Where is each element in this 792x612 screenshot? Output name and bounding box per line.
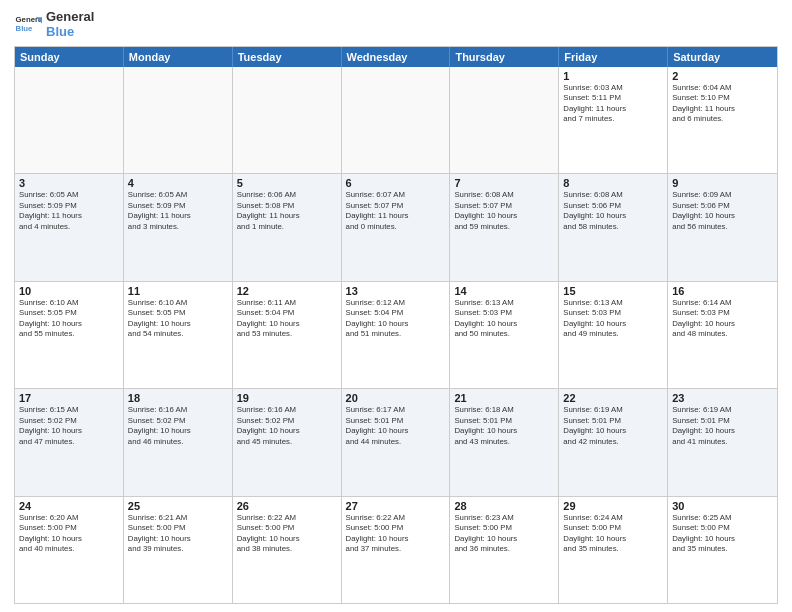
day-number: 30 (672, 500, 773, 512)
day-number: 20 (346, 392, 446, 404)
cal-cell-day-22: 22Sunrise: 6:19 AM Sunset: 5:01 PM Dayli… (559, 389, 668, 495)
day-number: 15 (563, 285, 663, 297)
cal-header-tuesday: Tuesday (233, 47, 342, 67)
cell-info: Sunrise: 6:06 AM Sunset: 5:08 PM Dayligh… (237, 190, 337, 232)
cal-cell-empty (342, 67, 451, 173)
cal-cell-day-11: 11Sunrise: 6:10 AM Sunset: 5:05 PM Dayli… (124, 282, 233, 388)
cell-info: Sunrise: 6:25 AM Sunset: 5:00 PM Dayligh… (672, 513, 773, 555)
cal-cell-day-7: 7Sunrise: 6:08 AM Sunset: 5:07 PM Daylig… (450, 174, 559, 280)
logo-icon: General Blue (14, 11, 42, 39)
cal-cell-day-21: 21Sunrise: 6:18 AM Sunset: 5:01 PM Dayli… (450, 389, 559, 495)
day-number: 27 (346, 500, 446, 512)
cal-header-thursday: Thursday (450, 47, 559, 67)
calendar-header: SundayMondayTuesdayWednesdayThursdayFrid… (15, 47, 777, 67)
svg-text:Blue: Blue (16, 24, 34, 33)
cell-info: Sunrise: 6:13 AM Sunset: 5:03 PM Dayligh… (454, 298, 554, 340)
page: General Blue General Blue SundayMondayTu… (0, 0, 792, 612)
cell-info: Sunrise: 6:23 AM Sunset: 5:00 PM Dayligh… (454, 513, 554, 555)
cal-week-4: 17Sunrise: 6:15 AM Sunset: 5:02 PM Dayli… (15, 388, 777, 495)
cell-info: Sunrise: 6:16 AM Sunset: 5:02 PM Dayligh… (128, 405, 228, 447)
day-number: 10 (19, 285, 119, 297)
cell-info: Sunrise: 6:05 AM Sunset: 5:09 PM Dayligh… (128, 190, 228, 232)
cell-info: Sunrise: 6:24 AM Sunset: 5:00 PM Dayligh… (563, 513, 663, 555)
cal-cell-empty (450, 67, 559, 173)
cal-cell-day-6: 6Sunrise: 6:07 AM Sunset: 5:07 PM Daylig… (342, 174, 451, 280)
logo-blue: Blue (46, 25, 94, 40)
day-number: 7 (454, 177, 554, 189)
cell-info: Sunrise: 6:04 AM Sunset: 5:10 PM Dayligh… (672, 83, 773, 125)
cell-info: Sunrise: 6:08 AM Sunset: 5:07 PM Dayligh… (454, 190, 554, 232)
cal-cell-empty (233, 67, 342, 173)
day-number: 28 (454, 500, 554, 512)
day-number: 3 (19, 177, 119, 189)
day-number: 13 (346, 285, 446, 297)
cal-cell-day-5: 5Sunrise: 6:06 AM Sunset: 5:08 PM Daylig… (233, 174, 342, 280)
cell-info: Sunrise: 6:19 AM Sunset: 5:01 PM Dayligh… (672, 405, 773, 447)
cal-cell-day-1: 1Sunrise: 6:03 AM Sunset: 5:11 PM Daylig… (559, 67, 668, 173)
day-number: 12 (237, 285, 337, 297)
cal-cell-day-28: 28Sunrise: 6:23 AM Sunset: 5:00 PM Dayli… (450, 497, 559, 603)
cal-week-3: 10Sunrise: 6:10 AM Sunset: 5:05 PM Dayli… (15, 281, 777, 388)
cell-info: Sunrise: 6:21 AM Sunset: 5:00 PM Dayligh… (128, 513, 228, 555)
cell-info: Sunrise: 6:09 AM Sunset: 5:06 PM Dayligh… (672, 190, 773, 232)
logo-general: General (46, 10, 94, 25)
cal-cell-day-30: 30Sunrise: 6:25 AM Sunset: 5:00 PM Dayli… (668, 497, 777, 603)
cal-cell-day-20: 20Sunrise: 6:17 AM Sunset: 5:01 PM Dayli… (342, 389, 451, 495)
day-number: 14 (454, 285, 554, 297)
cal-week-1: 1Sunrise: 6:03 AM Sunset: 5:11 PM Daylig… (15, 67, 777, 173)
logo: General Blue General Blue (14, 10, 94, 40)
cal-cell-day-19: 19Sunrise: 6:16 AM Sunset: 5:02 PM Dayli… (233, 389, 342, 495)
day-number: 4 (128, 177, 228, 189)
cal-cell-day-15: 15Sunrise: 6:13 AM Sunset: 5:03 PM Dayli… (559, 282, 668, 388)
cal-week-5: 24Sunrise: 6:20 AM Sunset: 5:00 PM Dayli… (15, 496, 777, 603)
cell-info: Sunrise: 6:22 AM Sunset: 5:00 PM Dayligh… (346, 513, 446, 555)
day-number: 17 (19, 392, 119, 404)
day-number: 25 (128, 500, 228, 512)
day-number: 24 (19, 500, 119, 512)
cal-cell-day-10: 10Sunrise: 6:10 AM Sunset: 5:05 PM Dayli… (15, 282, 124, 388)
header: General Blue General Blue (14, 10, 778, 40)
cell-info: Sunrise: 6:13 AM Sunset: 5:03 PM Dayligh… (563, 298, 663, 340)
day-number: 5 (237, 177, 337, 189)
cal-cell-day-17: 17Sunrise: 6:15 AM Sunset: 5:02 PM Dayli… (15, 389, 124, 495)
day-number: 9 (672, 177, 773, 189)
day-number: 11 (128, 285, 228, 297)
cal-cell-day-3: 3Sunrise: 6:05 AM Sunset: 5:09 PM Daylig… (15, 174, 124, 280)
cal-cell-empty (15, 67, 124, 173)
cal-cell-day-29: 29Sunrise: 6:24 AM Sunset: 5:00 PM Dayli… (559, 497, 668, 603)
day-number: 16 (672, 285, 773, 297)
cal-cell-day-4: 4Sunrise: 6:05 AM Sunset: 5:09 PM Daylig… (124, 174, 233, 280)
day-number: 8 (563, 177, 663, 189)
cal-cell-day-12: 12Sunrise: 6:11 AM Sunset: 5:04 PM Dayli… (233, 282, 342, 388)
cal-header-monday: Monday (124, 47, 233, 67)
cal-cell-empty (124, 67, 233, 173)
cal-cell-day-18: 18Sunrise: 6:16 AM Sunset: 5:02 PM Dayli… (124, 389, 233, 495)
cal-cell-day-16: 16Sunrise: 6:14 AM Sunset: 5:03 PM Dayli… (668, 282, 777, 388)
cell-info: Sunrise: 6:15 AM Sunset: 5:02 PM Dayligh… (19, 405, 119, 447)
cell-info: Sunrise: 6:16 AM Sunset: 5:02 PM Dayligh… (237, 405, 337, 447)
calendar: SundayMondayTuesdayWednesdayThursdayFrid… (14, 46, 778, 604)
cell-info: Sunrise: 6:18 AM Sunset: 5:01 PM Dayligh… (454, 405, 554, 447)
day-number: 1 (563, 70, 663, 82)
cal-cell-day-25: 25Sunrise: 6:21 AM Sunset: 5:00 PM Dayli… (124, 497, 233, 603)
cell-info: Sunrise: 6:20 AM Sunset: 5:00 PM Dayligh… (19, 513, 119, 555)
day-number: 6 (346, 177, 446, 189)
cal-header-sunday: Sunday (15, 47, 124, 67)
cal-cell-day-26: 26Sunrise: 6:22 AM Sunset: 5:00 PM Dayli… (233, 497, 342, 603)
cal-cell-day-23: 23Sunrise: 6:19 AM Sunset: 5:01 PM Dayli… (668, 389, 777, 495)
cal-week-2: 3Sunrise: 6:05 AM Sunset: 5:09 PM Daylig… (15, 173, 777, 280)
day-number: 21 (454, 392, 554, 404)
day-number: 19 (237, 392, 337, 404)
day-number: 18 (128, 392, 228, 404)
cal-header-wednesday: Wednesday (342, 47, 451, 67)
cell-info: Sunrise: 6:08 AM Sunset: 5:06 PM Dayligh… (563, 190, 663, 232)
day-number: 29 (563, 500, 663, 512)
cell-info: Sunrise: 6:19 AM Sunset: 5:01 PM Dayligh… (563, 405, 663, 447)
cell-info: Sunrise: 6:22 AM Sunset: 5:00 PM Dayligh… (237, 513, 337, 555)
cell-info: Sunrise: 6:14 AM Sunset: 5:03 PM Dayligh… (672, 298, 773, 340)
day-number: 2 (672, 70, 773, 82)
calendar-body: 1Sunrise: 6:03 AM Sunset: 5:11 PM Daylig… (15, 67, 777, 603)
day-number: 22 (563, 392, 663, 404)
cell-info: Sunrise: 6:11 AM Sunset: 5:04 PM Dayligh… (237, 298, 337, 340)
cal-header-friday: Friday (559, 47, 668, 67)
